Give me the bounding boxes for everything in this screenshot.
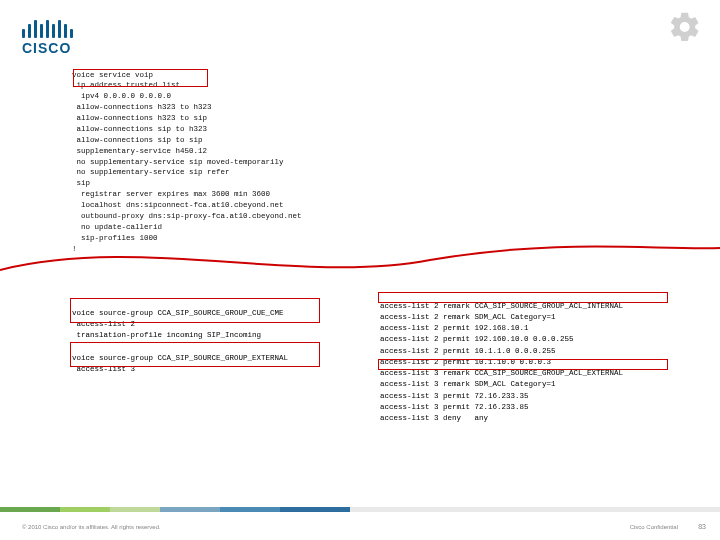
- gear-icon: [668, 10, 702, 48]
- footer-confidential: Cisco Confidential: [630, 524, 678, 530]
- logo-text: CISCO: [22, 40, 73, 56]
- footer-copyright: © 2010 Cisco and/or its affiliates. All …: [22, 524, 161, 530]
- access-list-block: access-list 2 remark CCA_SIP_SOURCE_GROU…: [380, 301, 623, 425]
- footer-color-stripe: [0, 507, 720, 512]
- voice-service-config-block: voice service voip ip address trusted li…: [72, 70, 302, 255]
- voice-source-group-block: voice source-group CCA_SIP_SOURCE_GROUP_…: [72, 308, 288, 376]
- footer-page-number: 83: [698, 523, 706, 530]
- logo-bars: [22, 18, 73, 38]
- cisco-logo: CISCO: [22, 18, 73, 56]
